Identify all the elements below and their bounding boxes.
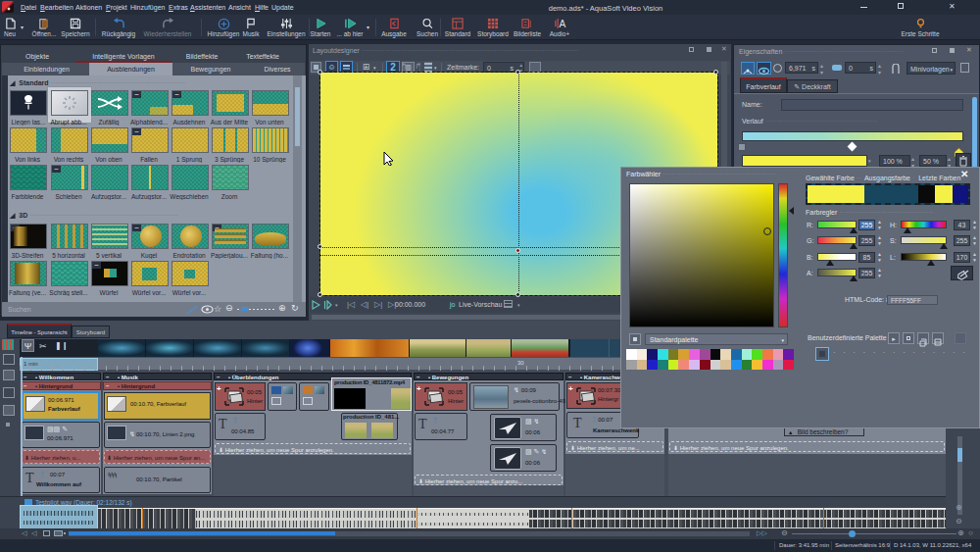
svg-text:A: A [559, 19, 565, 29]
